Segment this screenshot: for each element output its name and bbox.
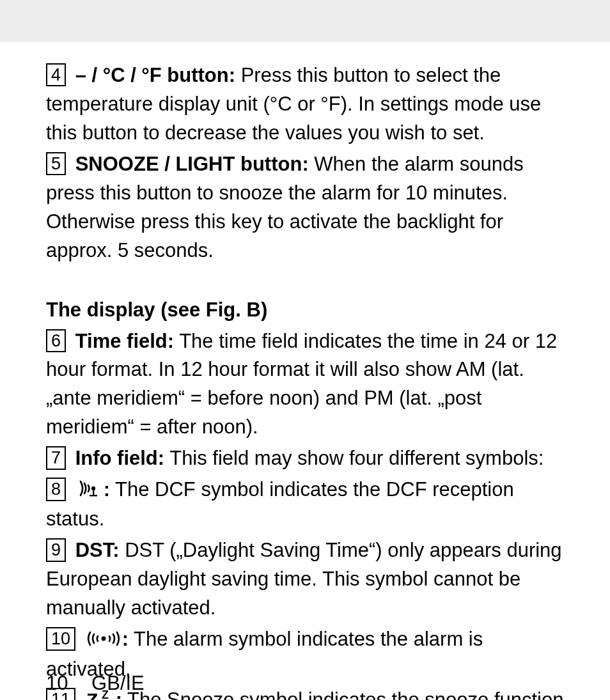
text-8: The DCF symbol indicates the DCF recepti… <box>46 478 514 530</box>
colon-10: : <box>122 628 129 650</box>
callout-number-6: 6 <box>46 329 66 352</box>
callout-number-9: 9 <box>46 538 66 561</box>
entry-7: 7 Info field: This field may show four d… <box>46 444 572 473</box>
svg-point-3 <box>101 636 106 641</box>
entry-4: 4 – / °C / °F button: Press this button … <box>46 61 572 148</box>
text-9: DST („Daylight Saving Time“) only appear… <box>46 539 562 619</box>
dcf-signal-icon <box>77 477 102 506</box>
colon-8: : <box>104 478 110 501</box>
svg-rect-2 <box>90 495 97 496</box>
manual-page: 4 – / °C / °F button: Press this button … <box>0 42 610 700</box>
page-footer: 10 GB/IE <box>46 672 145 695</box>
section-heading: The display (see Fig. B) <box>46 296 572 325</box>
callout-number-4: 4 <box>46 63 66 86</box>
entry-6: 6 Time field: The time field indicates t… <box>46 327 572 442</box>
content: 4 – / °C / °F button: Press this button … <box>46 61 572 700</box>
label-9: DST: <box>75 539 120 561</box>
label-6: Time field: <box>75 330 174 352</box>
label-5: SNOOZE / LIGHT button: <box>75 153 309 175</box>
label-4: – / °C / °F button: <box>75 64 235 86</box>
page-number: 10 <box>46 672 68 694</box>
entry-9: 9 DST: DST („Daylight Saving Time“) only… <box>46 536 572 623</box>
region-code: GB/IE <box>91 672 145 694</box>
callout-number-10: 10 <box>46 627 75 650</box>
alarm-icon <box>86 626 121 655</box>
entry-5: 5 SNOOZE / LIGHT button: When the alarm … <box>46 150 572 265</box>
callout-number-5: 5 <box>46 152 66 175</box>
callout-number-7: 7 <box>46 446 66 469</box>
entry-8: 8 : The DCF symbol <box>46 476 572 534</box>
callout-number-8: 8 <box>46 478 66 501</box>
text-7: This field may show four different symbo… <box>164 447 544 469</box>
label-7: Info field: <box>75 447 164 469</box>
page: 4 – / °C / °F button: Press this button … <box>0 0 610 700</box>
